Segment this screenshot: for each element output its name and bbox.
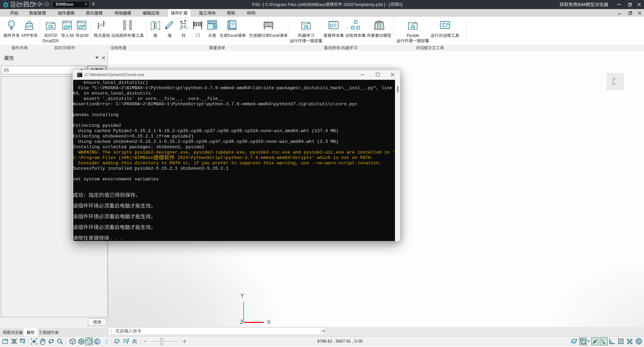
svg-text:0]: 0] <box>399 2 402 7</box>
svg-text:Excel: Excel <box>269 33 280 38</box>
svg-text:P3D -[ C:\Program Files (x86)\: P3D -[ C:\Program Files (x86)\BIMBase <box>252 2 326 7</box>
svg-text:3D: 3D <box>44 33 49 38</box>
svg-text:APP: APP <box>26 25 32 28</box>
svg-text:2024\Temp\temp.p3d ] - [: 2024\Temp\temp.p3d ] - [ <box>342 2 390 7</box>
svg-text:3D: 3D <box>54 46 59 50</box>
svg-text:Excel: Excel <box>228 33 238 38</box>
svg-text:Stl: Stl <box>69 33 74 38</box>
svg-text:APP: APP <box>21 33 29 38</box>
svg-text:-: - <box>340 46 341 50</box>
svg-text:Pyside: Pyside <box>407 33 419 38</box>
svg-text:Stl: Stl <box>84 33 88 38</box>
svg-text:BIM: BIM <box>578 2 586 7</box>
svg-text:Orca: Orca <box>42 39 51 43</box>
